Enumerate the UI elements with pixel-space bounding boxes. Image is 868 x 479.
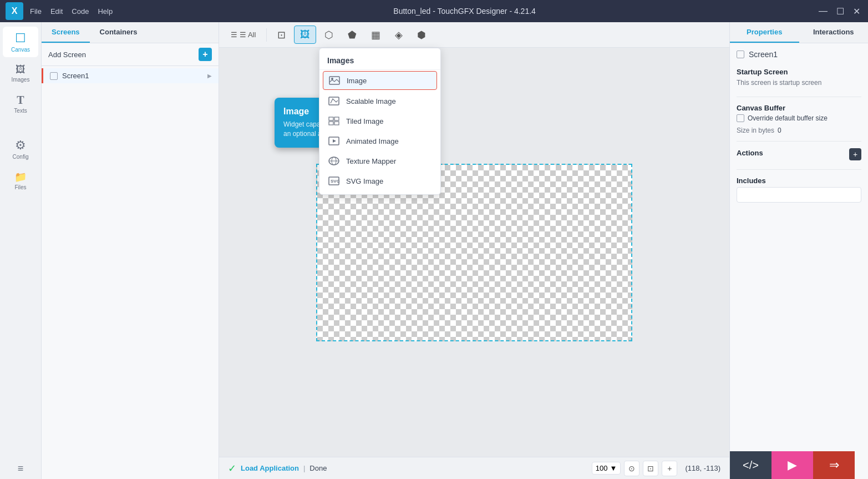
- layers-icon: ⬡: [324, 29, 333, 41]
- canvas-label: Canvas: [11, 47, 30, 53]
- menu-bar: File Edit Code Help: [30, 7, 113, 16]
- dropdown-item-svg-image[interactable]: SVG SVG Image: [319, 171, 440, 191]
- tab-interactions[interactable]: Interactions: [799, 22, 869, 43]
- includes-title: Includes: [737, 177, 861, 185]
- texture-mapper-menu-icon: [327, 155, 341, 167]
- tiled-image-menu-label: Tiled Image: [346, 117, 383, 125]
- more-icon: ≡: [18, 463, 24, 475]
- files-icon: 📁: [14, 171, 27, 183]
- svg-rect-3: [329, 117, 333, 120]
- add-screen-button[interactable]: +: [199, 48, 212, 61]
- zoom-add-button[interactable]: +: [662, 461, 677, 476]
- actions-title: Actions: [737, 149, 763, 157]
- actions-add-button[interactable]: +: [849, 148, 861, 160]
- toolbar-shapes-button[interactable]: ⬟: [342, 26, 363, 44]
- includes-input[interactable]: [737, 187, 861, 203]
- svg-rect-4: [334, 117, 339, 120]
- run-button[interactable]: ▶: [771, 451, 813, 479]
- status-separator: |: [303, 464, 305, 472]
- menu-edit[interactable]: Edit: [50, 7, 63, 16]
- animated-image-menu-label: Animated Image: [346, 137, 399, 145]
- screen-checkbox[interactable]: [50, 72, 58, 80]
- dropdown-header: Images: [319, 52, 440, 70]
- images-label: Images: [12, 77, 30, 83]
- deploy-button[interactable]: ⇒: [813, 451, 855, 479]
- toolbar-mixed-button[interactable]: ⬢: [411, 26, 432, 44]
- tab-containers[interactable]: Containers: [90, 22, 148, 43]
- all-icon: ☰: [231, 31, 237, 39]
- toolbar-layout-button[interactable]: ▦: [365, 26, 387, 44]
- close-button[interactable]: ✕: [851, 6, 862, 17]
- screen-name-checkbox[interactable]: [737, 51, 744, 58]
- startup-screen-section: Startup Screen This screen is startup sc…: [737, 68, 861, 88]
- zoom-crop-button[interactable]: ⊡: [643, 461, 658, 476]
- dropdown-item-scalable-image[interactable]: Scalable Image: [319, 91, 440, 111]
- files-label: Files: [14, 184, 26, 190]
- mixed-icon: ⬢: [417, 29, 426, 41]
- override-label: Override default buffer size: [748, 114, 828, 122]
- sidebar-item-images[interactable]: 🖼 Images: [3, 59, 38, 87]
- sidebar-item-files[interactable]: 📁 Files: [3, 167, 38, 195]
- code-button[interactable]: </>: [730, 451, 771, 479]
- canvas-buffer-section: Canvas Buffer Override default buffer si…: [737, 104, 861, 134]
- layout-icon: ▦: [371, 29, 380, 41]
- texts-label: Texts: [14, 108, 27, 114]
- includes-section: Includes: [737, 177, 861, 203]
- right-panel: Properties Interactions Screen1 Startup …: [729, 22, 868, 479]
- canvas-content: Image Widget capable of showing a bitmap…: [219, 48, 729, 457]
- startup-screen-desc: This screen is startup screen: [737, 78, 861, 88]
- maximize-button[interactable]: ☐: [834, 6, 846, 17]
- sidebar-item-more[interactable]: ≡: [3, 458, 38, 479]
- canvas-icon: ☐: [15, 31, 26, 46]
- scalable-image-menu-label: Scalable Image: [346, 97, 396, 105]
- dropdown-item-tiled-image[interactable]: Tiled Image: [319, 111, 440, 131]
- override-checkbox[interactable]: [737, 114, 744, 122]
- zoom-select[interactable]: 100 ▼: [592, 462, 621, 475]
- toolbar-interaction-button[interactable]: ⊡: [271, 26, 292, 44]
- actions-section: Actions +: [737, 148, 861, 160]
- widget-toolbar: ☰ ☰ All ⊡ 🖼 ⬡ ⬟ ▦ ◈ ⬢: [219, 22, 729, 48]
- prop-divider-3: [737, 169, 861, 170]
- status-done-text: Done: [309, 464, 327, 472]
- left-panel: Screens Containers Add Screen + Screen1 …: [42, 22, 219, 479]
- minimize-button[interactable]: —: [816, 6, 830, 17]
- sidebar-item-texts[interactable]: T Texts: [3, 89, 38, 118]
- sidebar-item-config[interactable]: ⚙ Config: [3, 134, 38, 164]
- sidebar-item-canvas[interactable]: ☐ Canvas: [3, 27, 38, 57]
- zoom-controls: 100 ▼ ⊙ ⊡ + (118, -113): [592, 461, 720, 476]
- app-title: Button_led - TouchGFX Designer - 4.21.4: [113, 7, 816, 16]
- svg-rect-6: [334, 122, 339, 125]
- animated-image-menu-icon: [327, 135, 341, 147]
- menu-file[interactable]: File: [30, 7, 42, 16]
- menu-code[interactable]: Code: [72, 7, 89, 16]
- tab-screens[interactable]: Screens: [42, 22, 90, 43]
- screens-header: Add Screen +: [42, 43, 219, 66]
- image-menu-icon: [328, 75, 341, 86]
- size-value: 0: [778, 127, 781, 134]
- toolbar-layers-button[interactable]: ⬡: [318, 26, 339, 44]
- widget-dropdown: Images Image Scalable Image Tiled Image: [319, 48, 441, 195]
- tiled-image-menu-icon: [327, 115, 341, 127]
- shapes-icon: ⬟: [348, 29, 357, 41]
- screen-name: Screen1: [62, 72, 89, 80]
- dropdown-item-animated-image[interactable]: Animated Image: [319, 131, 440, 151]
- add-screen-label: Add Screen: [48, 51, 86, 59]
- dropdown-item-texture-mapper[interactable]: Texture Mapper: [319, 151, 440, 171]
- image-menu-label: Image: [347, 77, 367, 85]
- scalable-image-menu-icon: [327, 95, 341, 107]
- canvas-buffer-title: Canvas Buffer: [737, 104, 861, 112]
- toolbar-images-button[interactable]: 🖼: [294, 26, 316, 44]
- bottom-right-buttons: </> ▶ ⇒: [730, 451, 868, 479]
- toolbar-3d-button[interactable]: ◈: [389, 26, 409, 44]
- menu-help[interactable]: Help: [98, 7, 113, 16]
- dropdown-item-image[interactable]: Image: [323, 71, 437, 90]
- toolbar-all-button[interactable]: ☰ ☰ All: [225, 27, 262, 42]
- tab-properties[interactable]: Properties: [730, 22, 799, 43]
- load-application-button[interactable]: Load Application: [241, 464, 299, 472]
- screen-item-screen1[interactable]: Screen1 ▶: [42, 68, 219, 83]
- override-row: Override default buffer size: [737, 114, 861, 122]
- coordinates-display: (118, -113): [685, 464, 720, 472]
- config-label: Config: [13, 154, 29, 160]
- svg-image-menu-icon: SVG: [327, 175, 341, 186]
- zoom-focus-button[interactable]: ⊙: [624, 461, 639, 476]
